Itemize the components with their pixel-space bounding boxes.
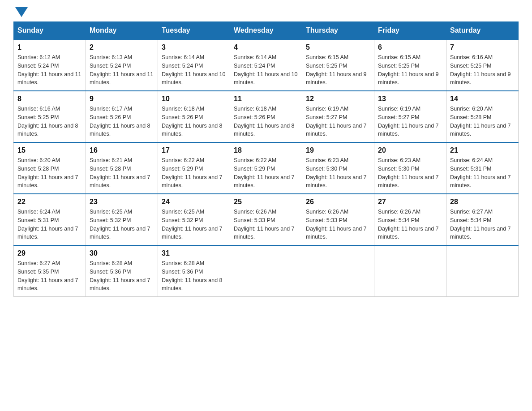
calendar-week-row: 8 Sunrise: 6:16 AMSunset: 5:25 PMDayligh… [14,91,519,142]
day-number: 29 [17,249,82,257]
day-info: Sunrise: 6:18 AMSunset: 5:26 PMDaylight:… [234,105,298,138]
calendar-day-cell: 23 Sunrise: 6:25 AMSunset: 5:32 PMDaylig… [86,194,158,245]
day-number: 5 [306,43,370,51]
calendar-day-cell: 11 Sunrise: 6:18 AMSunset: 5:26 PMDaylig… [230,91,302,142]
calendar-day-cell: 17 Sunrise: 6:22 AMSunset: 5:29 PMDaylig… [158,142,230,194]
calendar-header-row: SundayMondayTuesdayWednesdayThursdayFrid… [14,22,519,40]
calendar-week-row: 1 Sunrise: 6:12 AMSunset: 5:24 PMDayligh… [14,39,519,91]
calendar-day-cell: 15 Sunrise: 6:20 AMSunset: 5:28 PMDaylig… [14,142,86,194]
day-info: Sunrise: 6:25 AMSunset: 5:32 PMDaylight:… [162,208,226,241]
day-info: Sunrise: 6:25 AMSunset: 5:32 PMDaylight:… [90,208,154,241]
weekday-header-friday: Friday [374,22,446,40]
calendar-day-cell: 16 Sunrise: 6:21 AMSunset: 5:28 PMDaylig… [86,142,158,194]
calendar-day-cell: 1 Sunrise: 6:12 AMSunset: 5:24 PMDayligh… [14,39,86,91]
logo [13,9,28,17]
day-number: 30 [90,249,154,257]
calendar-day-cell: 3 Sunrise: 6:14 AMSunset: 5:24 PMDayligh… [158,39,230,91]
day-info: Sunrise: 6:14 AMSunset: 5:24 PMDaylight:… [234,53,298,87]
day-info: Sunrise: 6:24 AMSunset: 5:31 PMDaylight:… [17,208,82,241]
calendar-day-cell [374,245,446,297]
calendar-day-cell: 30 Sunrise: 6:28 AMSunset: 5:36 PMDaylig… [86,245,158,297]
day-info: Sunrise: 6:22 AMSunset: 5:29 PMDaylight:… [234,156,298,190]
day-info: Sunrise: 6:26 AMSunset: 5:33 PMDaylight:… [234,208,298,241]
day-number: 2 [90,43,154,51]
calendar-day-cell: 10 Sunrise: 6:18 AMSunset: 5:26 PMDaylig… [158,91,230,142]
weekday-header-monday: Monday [86,22,158,40]
day-info: Sunrise: 6:15 AMSunset: 5:25 PMDaylight:… [306,53,370,87]
calendar-week-row: 22 Sunrise: 6:24 AMSunset: 5:31 PMDaylig… [14,194,519,245]
day-number: 19 [306,146,370,154]
day-number: 1 [17,43,82,51]
calendar-day-cell [446,245,519,297]
calendar-day-cell: 29 Sunrise: 6:27 AMSunset: 5:35 PMDaylig… [14,245,86,297]
day-info: Sunrise: 6:19 AMSunset: 5:27 PMDaylight:… [306,105,370,138]
day-number: 16 [90,146,154,154]
calendar-day-cell: 5 Sunrise: 6:15 AMSunset: 5:25 PMDayligh… [302,39,374,91]
day-number: 25 [234,198,298,206]
day-info: Sunrise: 6:20 AMSunset: 5:28 PMDaylight:… [17,156,82,190]
calendar-day-cell: 22 Sunrise: 6:24 AMSunset: 5:31 PMDaylig… [14,194,86,245]
calendar-day-cell: 4 Sunrise: 6:14 AMSunset: 5:24 PMDayligh… [230,39,302,91]
weekday-header-sunday: Sunday [14,22,86,40]
calendar-day-cell [302,245,374,297]
day-info: Sunrise: 6:26 AMSunset: 5:34 PMDaylight:… [378,208,442,241]
day-info: Sunrise: 6:19 AMSunset: 5:27 PMDaylight:… [378,105,442,138]
calendar-day-cell: 26 Sunrise: 6:26 AMSunset: 5:33 PMDaylig… [302,194,374,245]
day-info: Sunrise: 6:13 AMSunset: 5:24 PMDaylight:… [90,53,154,87]
weekday-header-wednesday: Wednesday [230,22,302,40]
calendar-table: SundayMondayTuesdayWednesdayThursdayFrid… [13,21,519,297]
day-info: Sunrise: 6:18 AMSunset: 5:26 PMDaylight:… [162,105,226,138]
day-number: 26 [306,198,370,206]
calendar-day-cell: 20 Sunrise: 6:23 AMSunset: 5:30 PMDaylig… [374,142,446,194]
day-info: Sunrise: 6:27 AMSunset: 5:35 PMDaylight:… [17,259,82,293]
calendar-day-cell: 31 Sunrise: 6:28 AMSunset: 5:36 PMDaylig… [158,245,230,297]
calendar-day-cell: 13 Sunrise: 6:19 AMSunset: 5:27 PMDaylig… [374,91,446,142]
day-number: 6 [378,43,442,51]
weekday-header-saturday: Saturday [446,22,519,40]
day-info: Sunrise: 6:26 AMSunset: 5:33 PMDaylight:… [306,208,370,241]
day-info: Sunrise: 6:14 AMSunset: 5:24 PMDaylight:… [162,53,226,87]
calendar-day-cell: 2 Sunrise: 6:13 AMSunset: 5:24 PMDayligh… [86,39,158,91]
day-info: Sunrise: 6:12 AMSunset: 5:24 PMDaylight:… [17,53,82,87]
day-number: 11 [234,95,298,103]
day-number: 8 [17,95,82,103]
calendar-day-cell: 14 Sunrise: 6:20 AMSunset: 5:28 PMDaylig… [446,91,519,142]
day-info: Sunrise: 6:20 AMSunset: 5:28 PMDaylight:… [450,105,515,138]
calendar-day-cell: 21 Sunrise: 6:24 AMSunset: 5:31 PMDaylig… [446,142,519,194]
calendar-day-cell: 6 Sunrise: 6:15 AMSunset: 5:25 PMDayligh… [374,39,446,91]
calendar-day-cell: 25 Sunrise: 6:26 AMSunset: 5:33 PMDaylig… [230,194,302,245]
calendar-day-cell: 28 Sunrise: 6:27 AMSunset: 5:34 PMDaylig… [446,194,519,245]
page-header [13,9,519,17]
calendar-day-cell: 9 Sunrise: 6:17 AMSunset: 5:26 PMDayligh… [86,91,158,142]
day-info: Sunrise: 6:28 AMSunset: 5:36 PMDaylight:… [90,259,154,293]
weekday-header-thursday: Thursday [302,22,374,40]
day-number: 18 [234,146,298,154]
calendar-day-cell [230,245,302,297]
day-number: 20 [378,146,442,154]
day-info: Sunrise: 6:23 AMSunset: 5:30 PMDaylight:… [306,156,370,190]
day-number: 4 [234,43,298,51]
calendar-week-row: 29 Sunrise: 6:27 AMSunset: 5:35 PMDaylig… [14,245,519,297]
day-info: Sunrise: 6:22 AMSunset: 5:29 PMDaylight:… [162,156,226,190]
day-info: Sunrise: 6:16 AMSunset: 5:25 PMDaylight:… [450,53,515,87]
calendar-day-cell: 19 Sunrise: 6:23 AMSunset: 5:30 PMDaylig… [302,142,374,194]
day-number: 27 [378,198,442,206]
day-info: Sunrise: 6:15 AMSunset: 5:25 PMDaylight:… [378,53,442,87]
day-number: 21 [450,146,515,154]
day-number: 13 [378,95,442,103]
logo-triangle-icon [15,7,28,17]
day-info: Sunrise: 6:27 AMSunset: 5:34 PMDaylight:… [450,208,515,241]
day-info: Sunrise: 6:24 AMSunset: 5:31 PMDaylight:… [450,156,515,190]
calendar-day-cell: 27 Sunrise: 6:26 AMSunset: 5:34 PMDaylig… [374,194,446,245]
day-info: Sunrise: 6:28 AMSunset: 5:36 PMDaylight:… [162,259,226,293]
day-number: 31 [162,249,226,257]
day-number: 24 [162,198,226,206]
calendar-day-cell: 18 Sunrise: 6:22 AMSunset: 5:29 PMDaylig… [230,142,302,194]
day-number: 9 [90,95,154,103]
calendar-day-cell: 24 Sunrise: 6:25 AMSunset: 5:32 PMDaylig… [158,194,230,245]
day-number: 28 [450,198,515,206]
day-number: 3 [162,43,226,51]
day-number: 7 [450,43,515,51]
day-info: Sunrise: 6:21 AMSunset: 5:28 PMDaylight:… [90,156,154,190]
calendar-day-cell: 8 Sunrise: 6:16 AMSunset: 5:25 PMDayligh… [14,91,86,142]
